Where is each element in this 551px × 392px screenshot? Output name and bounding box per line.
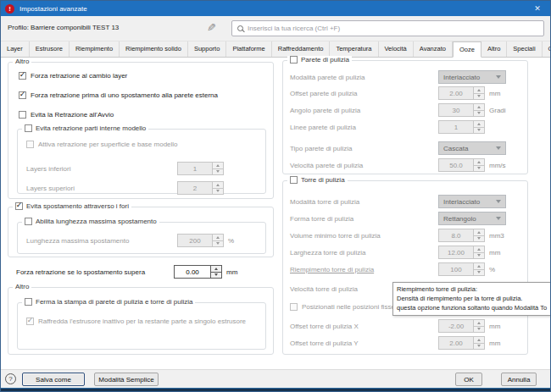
help-icon[interactable]: ?	[5, 373, 16, 384]
group-caption: Torre di pulizia	[287, 176, 348, 184]
tab-raffreddamento[interactable]: Raffreddamento	[272, 41, 331, 57]
tab-altro[interactable]: Altro	[481, 41, 507, 57]
setting-label: Layers inferiori	[26, 165, 70, 173]
spinner-value: 12.00	[439, 246, 473, 258]
group-caption-label: Abilita lunghezza massima spostamento	[36, 218, 157, 225]
spinner-arrows	[212, 163, 223, 174]
checkbox[interactable]	[19, 91, 26, 99]
spinner-value: 100	[439, 263, 473, 275]
setting-row-tower-offset-x: Offset torre di pulizia X -2.00 mm	[283, 319, 527, 333]
simple-mode-button[interactable]: Modalità Semplice	[94, 373, 159, 386]
spinner-value: 50.0	[439, 159, 473, 171]
group-avoid-crossing-holes: Evita spostamento attraverso i fori Abil…	[8, 207, 274, 257]
spinner: 30	[438, 103, 485, 117]
dropdown: Interlacciato	[438, 70, 506, 84]
setting-label: Modalità parete di pulizia	[290, 74, 365, 81]
app-logo-icon: !	[5, 4, 14, 14]
spinner-value: 2.00	[439, 87, 473, 99]
setting-row-tower-width: Larghezza torre di pulizia 12.00 mm	[283, 246, 527, 259]
tab-layer[interactable]: Layer	[1, 41, 30, 57]
spinner: 12.00	[438, 246, 485, 259]
group-caption: Evita spostamento attraverso i fori	[13, 202, 131, 210]
tab-avanzato[interactable]: Avanzato	[414, 41, 453, 57]
tab-velocità[interactable]: Velocità	[379, 41, 414, 57]
setting-label: Angolo parete di pulizia	[290, 107, 360, 114]
spinner-down-icon	[212, 188, 223, 195]
spinner-value: 8.0	[439, 229, 473, 241]
force-retraction-layer-change[interactable]: Forza retrazione al cambio layer	[19, 72, 127, 80]
setting-label: Velocità parete di pulizia	[290, 162, 363, 169]
setting-row-wipe-wall-angle: Angolo parete di pulizia 30 Gradi	[283, 103, 527, 117]
checkbox[interactable]	[15, 202, 23, 210]
tab-estrusore[interactable]: Estrusore	[30, 41, 70, 57]
setting-unit: mm	[489, 323, 500, 330]
spinner-value[interactable]: 0.00	[175, 266, 210, 278]
spinner-arrows	[473, 121, 484, 133]
group-caption: Parete di pulizia	[287, 56, 352, 63]
checkbox[interactable]	[25, 298, 32, 306]
group-altro-1: Altro Forza retrazione al cambio layer F…	[8, 62, 274, 199]
checkbox-label: Raffredda l'estrusore inattivo per la re…	[38, 317, 246, 325]
window-bottom-border	[1, 388, 550, 391]
spinner-down-icon	[473, 326, 484, 333]
checkbox[interactable]	[25, 124, 32, 132]
group-caption-label: Evita retrazione parti interne modello	[36, 124, 146, 132]
setting-row-wipe-wall-speed: Velocità parete di pulizia 50.0 mm/s	[283, 158, 527, 172]
group-caption-label: Evita spostamento attraverso i fori	[26, 202, 129, 210]
search-input[interactable]	[248, 25, 538, 32]
save-as-button[interactable]: Salva come	[22, 373, 85, 386]
spinner-down-icon[interactable]	[210, 272, 221, 279]
checkbox[interactable]	[19, 72, 26, 80]
tab-temperatura[interactable]: Temperatura	[330, 41, 378, 57]
tab-piattaforme[interactable]: Piattaforme	[226, 41, 271, 57]
dropdown: Cascata	[438, 141, 506, 155]
checkbox	[290, 303, 298, 311]
checkbox-label: Evita la Retrazione all'Avvio	[31, 111, 114, 119]
spinner-arrows	[473, 337, 484, 349]
setting-label: Velocità torre di pulizia	[290, 285, 358, 293]
group-max-travel-length: Abilita lunghezza massima spostamento Lu…	[17, 222, 266, 254]
avoid-retraction-startup[interactable]: Evita la Retrazione all'Avvio	[19, 111, 114, 119]
setting-label: Linee parete di pulizia	[290, 124, 356, 131]
spinner: 2	[177, 181, 224, 195]
spinner-down-icon	[473, 252, 484, 259]
cancel-button[interactable]: Annulla	[501, 373, 537, 386]
dropdown-value: Interlacciato	[443, 74, 480, 81]
close-icon[interactable]: ✕	[525, 1, 550, 16]
settings-content: Altro Forza retrazione al cambio layer F…	[1, 58, 550, 371]
tab-supporto[interactable]: Supporto	[188, 41, 226, 57]
setting-row-wipe-wall-offset: Offset parete di pulizia 2.00 mm	[283, 86, 527, 100]
tab-speciali[interactable]: Speciali	[507, 41, 542, 57]
checkbox[interactable]	[25, 218, 32, 225]
ok-button[interactable]: OK	[455, 373, 482, 386]
tab-riempimento[interactable]: Riempimento	[70, 41, 120, 57]
tab-ooze[interactable]: Ooze	[453, 41, 481, 58]
checkbox	[26, 317, 34, 325]
tab-gcode[interactable]: GCode	[543, 41, 551, 57]
tooltip-line: questa opzione funziona soltanto quando …	[397, 303, 549, 312]
checkbox-label: Forza retrazione al cambio layer	[31, 72, 127, 80]
checkbox[interactable]	[290, 56, 298, 63]
setting-label: Volume minimo torre di pulizia	[290, 232, 381, 240]
search-box[interactable]	[231, 20, 544, 36]
setting-unit: mm	[489, 340, 500, 347]
setting-unit: mm/s	[489, 162, 506, 169]
force-retraction-outer-wall[interactable]: Forza retrazione prima di uno spostament…	[19, 91, 218, 99]
checkbox[interactable]	[290, 176, 298, 184]
spinner[interactable]: 0.00	[174, 265, 222, 279]
edit-pencil-icon[interactable]: ✎	[207, 21, 216, 34]
spinner-arrows	[473, 229, 484, 241]
checkbox[interactable]	[19, 111, 26, 119]
spinner-down-icon	[473, 343, 484, 350]
setting-label: Offset torre di pulizia Y	[290, 340, 359, 347]
tab-riempimento-solido[interactable]: Riempimento solido	[120, 41, 188, 57]
setting-label: Tipo parete di pulizia	[290, 145, 353, 152]
spinner-arrows	[473, 159, 484, 171]
spinner-arrows[interactable]	[210, 266, 221, 278]
spinner-value: 1	[178, 163, 212, 174]
group-stop-wipe-printing: Ferma la stampa di parete di pulizia e t…	[17, 302, 266, 350]
spinner-value: 2	[178, 182, 212, 194]
checkbox-label: Attiva retrazione per superficie e base …	[38, 141, 178, 148]
title-bar: ! Impostazioni avanzate ✕	[1, 1, 550, 16]
dropdown-value: Interlacciato	[443, 198, 480, 206]
